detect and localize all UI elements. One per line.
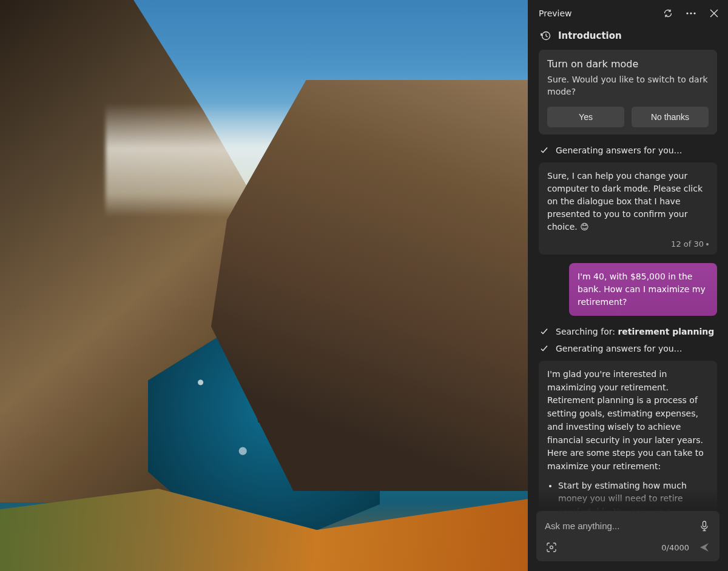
message-counter: 12 of 30 <box>547 233 709 250</box>
check-icon <box>540 344 548 353</box>
more-button[interactable] <box>679 2 703 24</box>
mic-button[interactable] <box>695 517 713 535</box>
refresh-icon <box>663 8 673 18</box>
search-query: retirement planning <box>618 327 714 336</box>
refresh-button[interactable] <box>656 2 679 24</box>
status-prefix: Searching for: <box>556 327 618 336</box>
char-counter: 0/4000 <box>661 543 689 552</box>
yes-button[interactable]: Yes <box>547 107 624 127</box>
section-header: Introduction <box>528 27 728 50</box>
assistant-message: Sure, I can help you change your compute… <box>539 162 717 255</box>
mic-icon <box>699 521 709 532</box>
status-text: Generating answers for you… <box>556 344 682 353</box>
card-body: Sure. Would you like to switch to dark m… <box>547 73 709 98</box>
assistant-message-text: Sure, I can help you change your compute… <box>547 171 703 232</box>
no-thanks-button[interactable]: No thanks <box>632 107 709 127</box>
user-message-text: I'm 40, with $85,000 in the bank. How ca… <box>578 272 706 307</box>
section-title: Introduction <box>558 30 622 41</box>
panel-title: Preview <box>530 8 656 18</box>
send-icon <box>699 542 710 553</box>
send-button[interactable] <box>695 538 713 556</box>
panel-header: Preview <box>528 0 728 27</box>
list-item: Start by estimating how much money you w… <box>558 479 709 511</box>
svg-point-0 <box>686 12 688 14</box>
assistant-message-long: I'm glad you're interested in maximizing… <box>539 361 717 511</box>
desktop-wallpaper <box>0 0 528 571</box>
check-icon <box>540 146 548 155</box>
close-icon <box>710 9 718 18</box>
svg-point-5 <box>550 546 553 549</box>
prompt-input[interactable] <box>542 516 695 536</box>
input-area: 0/4000 <box>528 511 728 571</box>
svg-rect-4 <box>703 521 706 527</box>
status-generating-2: Generating answers for you… <box>539 344 717 361</box>
image-search-button[interactable] <box>542 538 561 556</box>
svg-point-1 <box>690 12 692 14</box>
more-icon <box>686 12 696 15</box>
assistant-message-intro: I'm glad you're interested in maximizing… <box>547 369 704 471</box>
status-generating: Generating answers for you… <box>539 143 717 162</box>
svg-point-2 <box>693 12 695 14</box>
close-button[interactable] <box>703 2 726 24</box>
status-searching: Searching for: retirement planning <box>539 324 717 344</box>
dark-mode-card: Turn on dark mode Sure. Would you like t… <box>539 50 717 135</box>
history-icon <box>540 30 551 41</box>
conversation-scroll[interactable]: Turn on dark mode Sure. Would you like t… <box>528 50 728 511</box>
user-message: I'm 40, with $85,000 in the bank. How ca… <box>569 263 717 316</box>
scan-icon <box>546 542 557 553</box>
status-text: Generating answers for you… <box>556 145 682 155</box>
check-icon <box>540 327 548 336</box>
card-title: Turn on dark mode <box>547 58 709 70</box>
copilot-panel: Preview Introduction Turn on da <box>528 0 728 571</box>
